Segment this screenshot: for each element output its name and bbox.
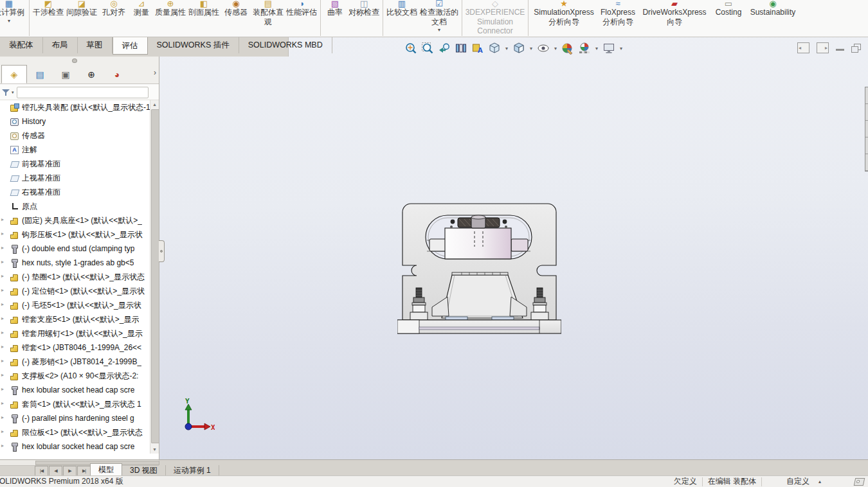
tree-item[interactable]: ▸ (-) double end stud (clamping typ [0, 242, 159, 256]
dropdown-arrow-icon[interactable]: ▾ [438, 28, 440, 33]
units-caret-icon[interactable]: ▴ [818, 479, 821, 484]
display-style-icon[interactable] [512, 41, 526, 55]
ribbon-button[interactable]: ⊕ 质量属性 ▾ [154, 0, 187, 36]
scrollbar-thumb[interactable] [151, 109, 159, 443]
commandmanager-tab[interactable]: 评估 [113, 37, 148, 55]
tag-icon[interactable] [854, 478, 865, 486]
tree-item[interactable]: ▸ 上视基准面 [0, 171, 159, 185]
zoom-to-area-icon[interactable] [420, 41, 435, 55]
panel-tab[interactable]: ▣ [53, 65, 78, 84]
dropdown-arrow-icon[interactable]: ▾ [8, 19, 10, 24]
filter-funnel-icon[interactable] [2, 89, 10, 96]
panel-tab[interactable]: ◈ [1, 65, 27, 84]
hide-show-items-caret-icon[interactable]: ▾ [553, 46, 558, 51]
previous-view-icon[interactable] [437, 41, 451, 55]
tree-item[interactable]: ▸ 镗孔夹具装配 (默认<默认_显示状态-1>) [0, 100, 159, 114]
tree-item[interactable]: ▸ 套筒<1> (默认<<默认>_显示状态 1 [0, 397, 159, 411]
tree-item[interactable]: ▸ 限位板<1> (默认<<默认>_显示状态 [0, 425, 159, 439]
panel-tab[interactable]: ◕ [104, 65, 130, 84]
tree-item[interactable]: ▸ 原点 [0, 199, 159, 213]
tab-nav-button[interactable]: |◀ [35, 466, 48, 476]
ribbon-button[interactable]: ★ SimulationXpress 分析向导 ▾ [528, 0, 597, 36]
expand-arrow-icon[interactable]: ▸ [1, 287, 4, 293]
ribbon-button[interactable]: ▭ Costing ▾ [710, 0, 746, 36]
panel-collapse-tab[interactable] [159, 240, 165, 262]
expand-arrow-icon[interactable]: ▸ [1, 414, 4, 420]
expand-arrow-icon[interactable]: ▸ [1, 273, 4, 279]
expand-arrow-icon[interactable]: ▸ [1, 330, 4, 335]
expand-arrow-icon[interactable]: ▸ [1, 231, 4, 236]
apply-scene-icon[interactable] [577, 41, 592, 55]
tree-item[interactable]: ▸ hex nuts, style 1-grades ab gb<5 [0, 256, 159, 270]
section-view-icon[interactable] [454, 41, 468, 55]
tree-item[interactable]: ▸ (-) 毛坯5<1> (默认<<默认>_显示状 [0, 298, 159, 312]
expand-arrow-icon[interactable]: ▸ [1, 372, 4, 378]
tree-item[interactable]: ▸ 右视基准面 [0, 185, 159, 199]
tree-item[interactable]: ▸ 镗套<1> (JBT8046_1-1999A_26<< [0, 341, 159, 355]
apply-scene-caret-icon[interactable]: ▾ [594, 46, 599, 51]
ribbon-button[interactable]: ▤ 装配体直观 ▾ [251, 0, 285, 36]
ribbon-button[interactable]: ▧ 曲率 ▾ [320, 0, 347, 36]
expand-arrow-icon[interactable]: ▸ [1, 429, 4, 434]
filter-caret-icon[interactable]: ▾ [12, 90, 14, 95]
commandmanager-tab[interactable]: SOLIDWORKS MBD [239, 37, 332, 53]
tab-nav-button[interactable]: ▶ [63, 466, 77, 476]
assembly-model[interactable] [397, 200, 561, 334]
expand-arrow-icon[interactable]: ▸ [1, 344, 4, 350]
ribbon-button[interactable]: ▥ 比较文档 ▾ [383, 0, 419, 36]
hide-show-items-icon[interactable] [536, 41, 550, 55]
commandmanager-tab[interactable]: 布局 [43, 37, 78, 53]
commandmanager-tab[interactable]: 装配体 [0, 37, 43, 53]
view-settings-icon[interactable] [602, 41, 616, 55]
panel-tab[interactable]: ⊕ [78, 65, 104, 84]
tree-item[interactable]: ▸ (-) 菱形销<1> (JBT8014_2-1999B_ [0, 355, 159, 369]
tree-item[interactable]: ▸ (-) 垫圈<1> (默认<<默认>_显示状态 [0, 270, 159, 284]
tree-item[interactable]: ▸ hex lobular socket head cap scre [0, 439, 159, 454]
commandmanager-tab[interactable]: SOLIDWORKS 插件 [148, 37, 239, 53]
tree-item[interactable]: ▸ 镗套支座5<1> (默认<<默认>_显示 [0, 312, 159, 326]
tree-item[interactable]: ▸ (固定) 夹具底座<1> (默认<<默认>_ [0, 213, 159, 227]
expand-arrow-icon[interactable]: ▸ [1, 358, 4, 364]
ribbon-button[interactable]: ⊿ 测量 ▾ [129, 0, 154, 36]
tree-item[interactable]: ▸ (-) parallel pins hardening steel g [0, 411, 159, 425]
ribbon-button[interactable]: ◑ 性能评估 ▾ [285, 0, 318, 36]
task-pane-collapsed-strip[interactable] [865, 87, 868, 172]
expand-arrow-icon[interactable]: ▸ [1, 386, 4, 392]
collapse-right-pane-button[interactable]: ▸ [817, 42, 829, 53]
edit-appearance-icon[interactable] [561, 41, 575, 55]
units-selector[interactable]: 自定义 [786, 476, 809, 487]
tree-item[interactable]: ▸ 镗套用螺钉<1> (默认<<默认>_显示 [0, 326, 159, 341]
hide-show-annotations-icon[interactable]: A [471, 41, 485, 55]
expand-arrow-icon[interactable]: ▸ [1, 259, 4, 265]
ribbon-button[interactable]: ≈ FloXpress 分析向导 ▾ [597, 0, 638, 36]
scroll-up-icon[interactable]: ▲ [150, 102, 159, 107]
expand-arrow-icon[interactable]: ▸ [1, 400, 4, 406]
expand-arrow-icon[interactable]: ▸ [1, 443, 4, 448]
panel-tab[interactable]: ▤ [27, 65, 53, 84]
ribbon-button[interactable]: ◪ 间隙验证 ▾ [65, 0, 98, 36]
ribbon-button[interactable]: ◫ 对称检查 ▾ [347, 0, 381, 36]
tree-scrollbar[interactable]: ▲ ▼ [150, 100, 159, 454]
collapse-left-pane-button[interactable]: ◂ [797, 42, 809, 53]
model-view-tab[interactable]: 模型 [90, 463, 122, 476]
expand-arrow-icon[interactable]: ▸ [1, 301, 4, 307]
tree-item[interactable]: ▸ hex lobular socket head cap scre [0, 383, 159, 397]
minimize-document-button[interactable] [836, 49, 844, 51]
expand-arrow-icon[interactable]: ▸ [1, 217, 4, 222]
model-view-tab[interactable]: 运动算例 1 [166, 465, 219, 476]
panel-tab-overflow-button[interactable]: › [154, 68, 156, 77]
tab-nav-button[interactable]: ◀ [49, 466, 62, 476]
display-style-caret-icon[interactable]: ▾ [529, 46, 534, 51]
tree-item[interactable]: ▸ (-) 定位销<1> (默认<<默认>_显示状 [0, 284, 159, 298]
view-settings-caret-icon[interactable]: ▾ [619, 46, 624, 51]
tab-nav-button[interactable]: ▶| [77, 466, 91, 476]
ribbon-button[interactable]: ◉ Sustainability ▾ [746, 0, 799, 36]
zoom-to-fit-icon[interactable] [404, 41, 418, 55]
panel-splitter-handle[interactable] [72, 58, 77, 63]
ribbon-button[interactable]: ▦ 设计算例 ▾ [0, 0, 27, 36]
view-orientation-icon[interactable] [487, 41, 502, 55]
ribbon-button[interactable]: ◩ 干涉检查 ▾ [29, 0, 65, 36]
ribbon-button[interactable]: ▰ DriveWorksXpress 向导 ▾ [638, 0, 710, 36]
view-orientation-caret-icon[interactable]: ▾ [504, 46, 509, 51]
tree-item[interactable]: ▸ 注解 [0, 143, 159, 157]
